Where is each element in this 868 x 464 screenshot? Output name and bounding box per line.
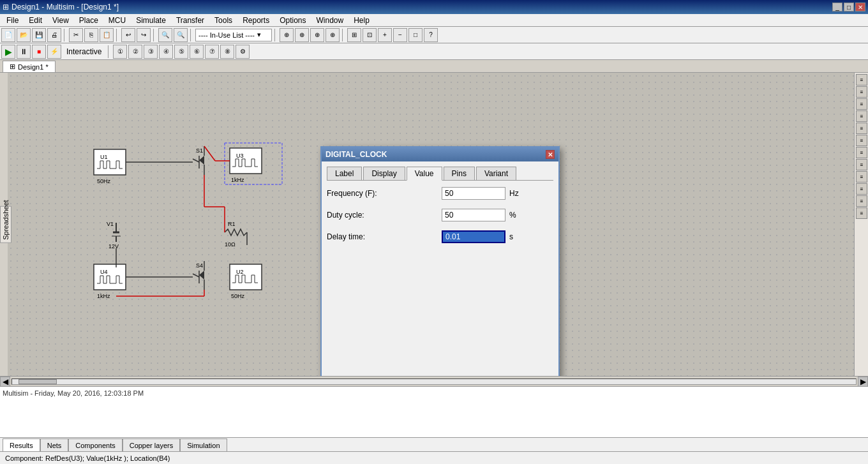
analysis-btn7[interactable]: ⑦ <box>205 45 219 59</box>
bottom-tabs: Results Nets Components Copper layers Si… <box>0 437 868 451</box>
undo-button[interactable]: ↩ <box>121 28 135 42</box>
new-button[interactable]: 📄 <box>1 28 15 42</box>
tab-components[interactable]: Components <box>68 438 122 451</box>
zoom-out2[interactable]: − <box>393 28 407 42</box>
tab-copper-layers[interactable]: Copper layers <box>123 438 180 451</box>
frequency-unit: Hz <box>509 189 519 198</box>
horizontal-scrollbar[interactable]: ◀ ▶ <box>0 376 868 386</box>
svg-marker-38 <box>199 271 204 280</box>
duty-cycle-input[interactable] <box>442 209 505 221</box>
dialog-body: Label Display Value Pins Variant Frequen… <box>322 161 558 376</box>
tab-value[interactable]: Value <box>407 167 442 181</box>
sidebar-btn-3[interactable]: ≡ <box>856 98 867 110</box>
maximize-button[interactable]: □ <box>844 3 854 11</box>
tab-nets[interactable]: Nets <box>40 438 69 451</box>
menu-view[interactable]: View <box>47 15 74 26</box>
menu-options[interactable]: Options <box>274 15 311 26</box>
hscroll-left[interactable]: ◀ <box>0 377 10 387</box>
dialog: DIGITAL_CLOCK ✕ Label Display Value Pins… <box>320 146 560 376</box>
menu-window[interactable]: Window <box>311 15 349 26</box>
dialog-content-area <box>327 251 553 376</box>
log-area: Multisim - Friday, May 20, 2016, 12:03:1… <box>0 386 868 437</box>
minimize-button[interactable]: _ <box>832 3 842 11</box>
analysis-btn1[interactable]: ① <box>113 45 127 59</box>
sep3 <box>153 29 156 41</box>
zoom-box[interactable]: □ <box>408 28 423 42</box>
sidebar-btn-5[interactable]: ≡ <box>856 123 867 134</box>
analysis-btn5[interactable]: ⑤ <box>174 45 188 59</box>
sidebar-btn-8[interactable]: ≡ <box>856 159 867 170</box>
place-btn1[interactable]: ⊕ <box>280 28 294 42</box>
sidebar-btn-9[interactable]: ≡ <box>856 171 867 183</box>
tab-variant[interactable]: Variant <box>476 167 516 180</box>
analysis-btn4[interactable]: ④ <box>159 45 173 59</box>
sidebar-btn-2[interactable]: ≡ <box>856 86 867 98</box>
zoom-fit[interactable]: ⊞ <box>347 28 361 42</box>
duty-cycle-row: Duty cycle: % <box>327 207 553 223</box>
place-btn4[interactable]: ⊕ <box>326 28 340 42</box>
analysis-btn6[interactable]: ⑥ <box>190 45 204 59</box>
menu-reports[interactable]: Reports <box>237 15 274 26</box>
sidebar-btn-11[interactable]: ≡ <box>856 195 867 207</box>
tab-results[interactable]: Results <box>3 438 40 451</box>
sidebar-btn-7[interactable]: ≡ <box>856 147 867 158</box>
tab-display[interactable]: Display <box>363 167 405 180</box>
sim-pause[interactable]: ⏸ <box>17 45 31 59</box>
svg-text:12V: 12V <box>108 243 119 250</box>
menu-transfer[interactable]: Transfer <box>171 15 209 26</box>
spreadsheet-tab[interactable]: Spreadsheet <box>0 206 11 243</box>
svg-text:U1: U1 <box>100 154 108 160</box>
question-btn[interactable]: ? <box>424 28 438 42</box>
tab-label[interactable]: Label <box>327 167 362 180</box>
sim-stop[interactable]: ■ <box>32 45 46 59</box>
zoom-out-button[interactable]: 🔍 <box>174 28 188 42</box>
menu-file[interactable]: File <box>1 15 24 26</box>
place-btn3[interactable]: ⊕ <box>310 28 324 42</box>
analysis-btn2[interactable]: ② <box>128 45 142 59</box>
analysis-btn8[interactable]: ⑧ <box>220 45 234 59</box>
redo-button[interactable]: ↪ <box>137 28 151 42</box>
frequency-input[interactable] <box>442 187 505 200</box>
paste-button[interactable]: 📋 <box>100 28 114 42</box>
sidebar-btn-6[interactable]: ≡ <box>856 135 867 146</box>
design-tab[interactable]: ⊞ Design1 * <box>3 61 56 72</box>
cut-button[interactable]: ✂ <box>69 28 83 42</box>
menu-simulate[interactable]: Simulate <box>131 15 171 26</box>
print-button[interactable]: 🖨 <box>47 28 61 42</box>
zoom-100[interactable]: ⊡ <box>363 28 377 42</box>
sidebar-btn-10[interactable]: ≡ <box>856 183 867 195</box>
status-left: Component: RefDes(U3); Value(1kHz ); Loc… <box>5 454 170 462</box>
delay-time-input[interactable] <box>442 230 505 243</box>
interactive-btn[interactable]: ⚡ <box>47 45 61 59</box>
analysis-settings[interactable]: ⚙ <box>236 45 250 59</box>
sidebar-btn-12[interactable]: ≡ <box>856 207 867 219</box>
hscroll-track[interactable] <box>11 378 857 385</box>
svg-text:U2: U2 <box>236 269 244 275</box>
place-btn2[interactable]: ⊕ <box>295 28 309 42</box>
tab-pins[interactable]: Pins <box>444 167 475 180</box>
analysis-btn3[interactable]: ③ <box>144 45 158 59</box>
hscroll-thumb[interactable] <box>19 379 57 384</box>
dialog-close-button[interactable]: ✕ <box>546 150 555 159</box>
delay-time-unit: s <box>509 232 513 241</box>
log-text: Multisim - Friday, May 20, 2016, 12:03:1… <box>3 389 865 397</box>
sidebar-btn-4[interactable]: ≡ <box>856 110 867 122</box>
copy-button[interactable]: ⎘ <box>84 28 98 42</box>
zoom-in2[interactable]: + <box>378 28 392 42</box>
menu-help[interactable]: Help <box>348 15 375 26</box>
sidebar-btn-1[interactable]: ≡ <box>856 74 867 86</box>
close-button[interactable]: ✕ <box>855 3 865 11</box>
svg-text:50Hz: 50Hz <box>231 293 245 299</box>
menu-place[interactable]: Place <box>74 15 103 26</box>
open-button[interactable]: 📂 <box>17 28 31 42</box>
in-use-dropdown[interactable]: ---- In-Use List ---- ▾ <box>195 29 272 41</box>
menu-edit[interactable]: Edit <box>24 15 47 26</box>
menu-tools[interactable]: Tools <box>209 15 237 26</box>
canvas-area: U1 50Hz U3 1kHz S1 <box>8 73 854 376</box>
hscroll-right[interactable]: ▶ <box>858 377 868 387</box>
tab-simulation[interactable]: Simulation <box>180 438 227 451</box>
zoom-in-button[interactable]: 🔍 <box>158 28 172 42</box>
save-button[interactable]: 💾 <box>32 28 46 42</box>
sim-run[interactable]: ▶ <box>1 45 15 59</box>
menu-mcu[interactable]: MCU <box>103 15 131 26</box>
